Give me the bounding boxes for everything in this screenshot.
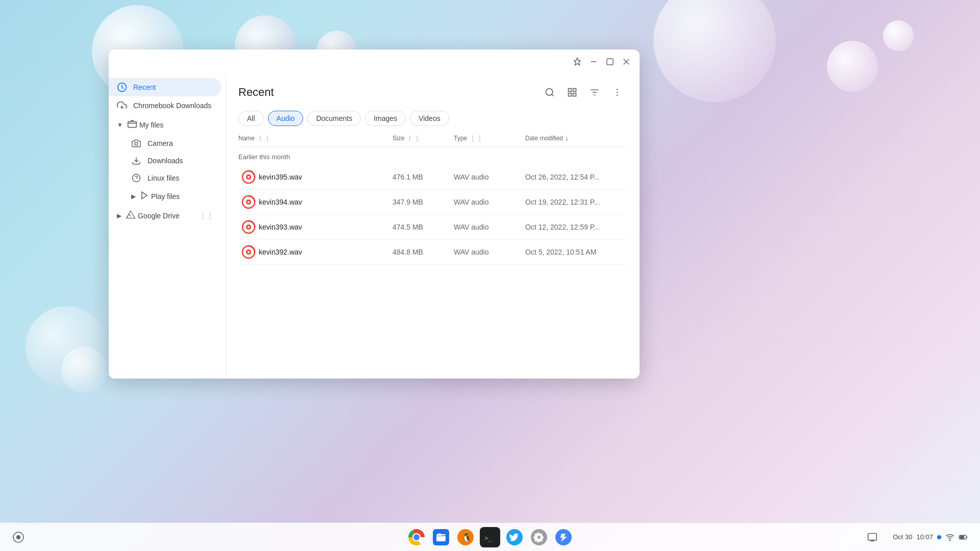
taskbar-terminal-icon[interactable]: >_ [480,527,500,547]
close-button[interactable] [619,55,633,69]
svg-point-28 [248,201,250,203]
taskbar-crostini-icon[interactable]: 🐧 [455,527,476,547]
svg-rect-55 [960,536,964,538]
taskbar-files-icon[interactable] [431,527,451,547]
svg-point-18 [617,89,618,90]
main-header: Recent [226,74,640,107]
pin-button[interactable] [570,55,584,69]
audio-file-icon [240,194,257,210]
sidebar-item-camera[interactable]: Camera [109,135,222,152]
file-date: Oct 26, 2022, 12:54 P... [525,173,627,181]
taskbar-left [8,527,29,547]
maximize-button[interactable] [603,55,617,69]
sidebar-linux-files-label: Linux files [148,174,179,182]
svg-rect-5 [128,121,137,128]
sort-button[interactable] [584,82,605,103]
grid-view-button[interactable] [562,82,582,103]
sidebar-item-google-drive[interactable]: ▶ Google Drive ⋮⋮ [109,206,222,226]
svg-point-38 [16,535,20,539]
minimize-button[interactable] [586,55,601,69]
col-header-date: Date modified ↓ [525,134,627,142]
sidebar-recent-label: Recent [133,83,156,91]
svg-rect-12 [573,89,576,92]
svg-text:🐧: 🐧 [461,533,472,542]
window-titlebar [109,49,640,74]
sidebar-my-files-label: My files [139,121,163,129]
taskbar-app-icon[interactable] [553,527,574,547]
file-type: WAV audio [454,248,525,256]
col-grip-size[interactable]: ⋮⋮ [406,134,421,142]
svg-point-24 [248,176,250,178]
taskbar-chrome-icon[interactable] [406,527,427,547]
file-row[interactable]: kevin395.wav 476.1 MB WAV audio Oct 26, … [238,165,627,190]
filter-videos[interactable]: Videos [410,111,449,126]
file-date: Oct 12, 2022, 12:59 P... [525,223,627,231]
bubble-decoration [653,0,776,102]
sidebar-item-chromebook-downloads[interactable]: Chromebook Downloads [109,96,222,115]
col-grip-type[interactable]: ⋮⋮ [469,134,483,142]
time-display: 10:07 [916,533,933,541]
google-drive-icon [126,210,136,221]
sidebar-item-linux-files[interactable]: Linux files [109,169,222,187]
audio-file-icon [240,244,257,260]
taskbar-settings-icon[interactable] [529,527,549,547]
search-button[interactable] [540,82,560,103]
filter-chips: All Audio Documents Images Videos [226,107,640,130]
sidebar-item-my-files[interactable]: ▼ My files [109,115,222,135]
downloads-icon [131,156,141,165]
svg-rect-1 [607,59,613,65]
screenshot-icon[interactable] [862,527,883,547]
sort-desc-icon: ↓ [565,134,569,142]
launcher-button[interactable] [8,527,29,547]
file-name: kevin394.wav [259,198,393,206]
svg-rect-13 [569,93,572,96]
bubble-decoration [61,347,107,393]
my-files-collapse-arrow: ▼ [117,121,123,129]
file-type: WAV audio [454,173,525,181]
svg-point-6 [135,142,138,145]
svg-point-19 [617,92,618,93]
col-header-name: Name ⋮⋮ [238,134,393,142]
svg-rect-11 [569,89,572,92]
taskbar-twitter-icon[interactable] [504,527,525,547]
play-files-icon [140,191,149,202]
svg-marker-9 [142,192,148,199]
desktop: Recent Chromebook Downloads ▼ [0,0,980,551]
svg-text:>_: >_ [484,534,493,542]
file-size: 347.9 MB [393,198,454,206]
file-row[interactable]: kevin394.wav 347.9 MB WAV audio Oct 19, … [238,190,627,215]
file-size: 474.5 MB [393,223,454,231]
filter-all[interactable]: All [238,111,264,126]
sidebar-item-play-files[interactable]: ▶ Play files [109,187,222,206]
drag-handle-icon: ⋮⋮ [199,212,213,220]
sidebar-google-drive-label: Google Drive [138,212,180,220]
filter-audio[interactable]: Audio [268,111,304,126]
col-header-size: Size ⋮⋮ [393,134,454,142]
file-row[interactable]: kevin392.wav 484.8 MB WAV audio Oct 5, 2… [238,240,627,265]
sidebar-play-files-label: Play files [151,192,180,201]
file-type: WAV audio [454,198,525,206]
col-grip-name[interactable]: ⋮⋮ [257,134,271,142]
more-options-button[interactable] [607,82,627,103]
file-manager-window: Recent Chromebook Downloads ▼ [109,49,640,379]
battery-icon [959,533,968,542]
svg-point-32 [248,226,250,228]
linux-files-icon [131,173,141,183]
file-row[interactable]: kevin393.wav 474.5 MB WAV audio Oct 12, … [238,215,627,240]
sidebar-item-downloads[interactable]: Downloads [109,152,222,169]
main-content: Recent [226,74,640,379]
my-files-icon [127,119,137,131]
camera-icon [131,139,141,148]
bubble-decoration [883,20,914,51]
file-icon-cell [238,169,259,185]
svg-point-41 [413,534,420,540]
file-size: 476.1 MB [393,173,454,181]
sidebar-section-myfiles: ▼ My files Camera [109,115,226,206]
system-tray[interactable]: Oct 30 10:07 [889,531,972,544]
notification-badge [937,535,941,539]
audio-file-icon [240,219,257,235]
filter-documents[interactable]: Documents [307,111,361,126]
main-actions [540,82,627,103]
filter-images[interactable]: Images [365,111,406,126]
sidebar-item-recent[interactable]: Recent [109,78,222,96]
